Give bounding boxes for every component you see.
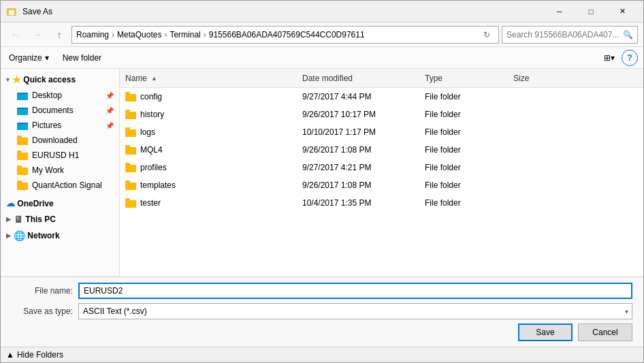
pin-icon: 📌 (106, 122, 114, 129)
filename-input[interactable] (78, 283, 632, 299)
folder-icon (125, 110, 136, 119)
col-header-name[interactable]: Name ▲ (125, 74, 302, 83)
saveas-label: Save as type: (12, 306, 73, 316)
bottom-bar: File name: Save as type: ASCII Text (*.c… (1, 277, 643, 347)
folder-icon (125, 180, 136, 190)
svg-rect-13 (17, 165, 22, 168)
file-type: File folder (425, 198, 513, 208)
hide-folders-label: Hide Folders (17, 350, 63, 360)
table-row[interactable]: logs 10/10/2017 1:17 PM File folder (120, 123, 643, 141)
thispc-chevron-icon: ▶ (6, 216, 11, 223)
saveas-select[interactable]: ASCII Text (*.csv) (78, 303, 632, 319)
folder-icon (17, 120, 28, 131)
network-label: Network (27, 231, 59, 240)
minimize-button[interactable]: ─ (544, 1, 575, 22)
onedrive-label: OneDrive (17, 199, 53, 208)
file-name: config (140, 92, 162, 101)
svg-rect-29 (125, 198, 130, 201)
file-name: profiles (140, 163, 167, 172)
file-date: 9/26/2017 1:08 PM (302, 145, 425, 155)
help-button[interactable]: ? (622, 50, 638, 66)
refresh-button[interactable]: ↻ (479, 27, 494, 42)
filename-row: File name: (12, 283, 632, 299)
svg-rect-15 (17, 180, 22, 183)
sidebar-thispc[interactable]: ▶ 🖥 This PC (1, 211, 119, 227)
organize-button[interactable]: Organize ▾ (6, 52, 52, 64)
forward-button[interactable]: → (28, 25, 47, 44)
col-header-type[interactable]: Type (425, 74, 513, 83)
toolbar-right: ⊞▾ ? (600, 50, 638, 66)
sidebar-item-mywork[interactable]: My Work (1, 163, 119, 178)
pin-icon: 📌 (106, 92, 114, 99)
folder-icon (125, 198, 136, 208)
organize-chevron-icon: ▾ (45, 53, 49, 63)
up-button[interactable]: ↑ (50, 25, 69, 44)
search-input[interactable] (506, 30, 623, 40)
pin-icon: 📌 (106, 107, 114, 114)
desktop-label: Desktop (32, 91, 62, 100)
file-date: 10/4/2017 1:35 PM (302, 198, 425, 208)
titlebar-icon (6, 6, 17, 17)
col-header-size[interactable]: Size (513, 74, 581, 83)
sidebar-onedrive[interactable]: ☁ OneDrive (1, 195, 119, 211)
breadcrumb-metaquotes: MetaQuotes (117, 30, 161, 40)
svg-rect-17 (125, 92, 130, 95)
table-row[interactable]: tester 10/4/2017 1:35 PM File folder (120, 194, 643, 212)
new-folder-button[interactable]: New folder (60, 52, 104, 64)
svg-rect-10 (17, 153, 28, 160)
table-row[interactable]: history 9/26/2017 10:17 PM File folder (120, 106, 643, 123)
sidebar-item-eurusd[interactable]: EURUSD H1 (1, 148, 119, 163)
file-date: 9/26/2017 1:08 PM (302, 180, 425, 190)
sidebar-item-quantaction[interactable]: QuantAction Signal (1, 178, 119, 193)
close-button[interactable]: ✕ (607, 1, 638, 22)
folder-yellow-icon (17, 150, 28, 161)
sidebar-section-quick-access[interactable]: ▾ ★ Quick access (1, 72, 119, 88)
svg-rect-19 (125, 110, 130, 112)
view-button[interactable]: ⊞▾ (600, 50, 619, 66)
file-name: templates (140, 180, 176, 190)
hide-folders-button[interactable]: ▲ Hide Folders (6, 350, 63, 360)
search-box[interactable]: 🔍 (502, 26, 638, 44)
window-controls: ─ □ ✕ (544, 1, 638, 22)
back-button[interactable]: ← (6, 25, 25, 44)
folder-icon (125, 127, 136, 137)
breadcrumb-hash: 915566BA06ADA407569C544CC0D97611 (209, 30, 365, 40)
table-row[interactable]: templates 9/26/2017 1:08 PM File folder (120, 176, 643, 194)
table-row[interactable]: MQL4 9/26/2017 1:08 PM File folder (120, 141, 643, 159)
documents-label: Documents (32, 106, 74, 115)
sidebar-item-pictures[interactable]: Pictures 📌 (1, 118, 119, 133)
organize-label: Organize (9, 53, 42, 63)
file-name: tester (140, 198, 161, 208)
table-row[interactable]: profiles 9/27/2017 4:21 PM File folder (120, 159, 643, 176)
sidebar-item-documents[interactable]: Documents 📌 (1, 103, 119, 118)
save-button[interactable]: Save (518, 323, 573, 341)
sidebar-item-downloaded[interactable]: Downloaded (1, 133, 119, 148)
table-row[interactable]: config 9/27/2017 4:44 PM File folder (120, 88, 643, 106)
address-bar[interactable]: Roaming › MetaQuotes › Terminal › 915566… (71, 26, 499, 44)
quick-access-chevron-icon: ▾ (6, 76, 10, 83)
svg-rect-5 (17, 109, 28, 115)
svg-rect-21 (125, 127, 130, 130)
file-type: File folder (425, 180, 513, 190)
svg-rect-25 (125, 163, 130, 165)
col-header-date[interactable]: Date modified (302, 74, 425, 83)
breadcrumb-terminal: Terminal (170, 30, 200, 40)
svg-rect-11 (17, 151, 22, 153)
maximize-button[interactable]: □ (575, 1, 607, 22)
sort-arrow-icon: ▲ (151, 75, 157, 82)
sidebar-item-desktop[interactable]: Desktop 📌 (1, 88, 119, 103)
breadcrumb-roaming: Roaming (76, 30, 109, 40)
eurusd-label: EURUSD H1 (32, 151, 79, 160)
svg-rect-12 (17, 168, 28, 175)
svg-rect-1 (9, 10, 14, 15)
svg-rect-7 (17, 124, 28, 130)
cancel-button[interactable]: Cancel (578, 323, 632, 341)
file-type: File folder (425, 145, 513, 155)
svg-rect-27 (125, 180, 130, 183)
downloaded-label: Downloaded (32, 136, 78, 145)
svg-rect-18 (125, 112, 136, 119)
svg-rect-8 (17, 138, 28, 145)
svg-rect-20 (125, 129, 136, 137)
sidebar-network[interactable]: ▶ 🌐 Network (1, 227, 119, 244)
svg-rect-16 (125, 94, 136, 101)
